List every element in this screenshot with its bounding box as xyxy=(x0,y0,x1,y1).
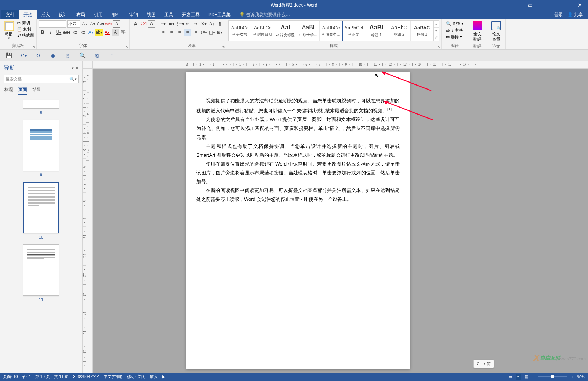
status-page[interactable]: 页面: 10 xyxy=(3,374,18,380)
numbering-button[interactable]: ≣▾ xyxy=(168,20,175,28)
zoom-slider[interactable] xyxy=(538,376,567,377)
tab-devtools[interactable]: 开发工具 xyxy=(178,10,204,19)
align-left-button[interactable]: ≡ xyxy=(160,29,167,36)
new-icon[interactable]: ▦ xyxy=(49,52,57,59)
preview-icon[interactable]: 🔍 xyxy=(79,52,86,59)
qat5-icon[interactable]: ⎘ xyxy=(64,52,71,59)
dialog-launcher-icon[interactable]: ⬊ xyxy=(33,45,36,48)
tab-design[interactable]: 设计 xyxy=(54,10,72,19)
status-page-of[interactable]: 第 10 页，共 11 页 xyxy=(35,374,69,380)
vertical-ruler[interactable]: | · 1 · | · 2 · | · 3 · | · 4 · | · 5 · … xyxy=(83,69,93,373)
italic-button[interactable]: I xyxy=(47,29,54,36)
share-button[interactable]: 👤 共享 xyxy=(567,12,583,18)
view-read-icon[interactable]: ▭ xyxy=(508,374,512,379)
maximize-icon[interactable]: ◻ xyxy=(555,0,571,10)
nav-search-input[interactable]: 搜索文档 🔍▾ xyxy=(4,75,79,83)
minimize-icon[interactable]: — xyxy=(538,0,555,10)
align-center-button[interactable]: ≡ xyxy=(168,29,175,36)
page[interactable]: 视频提供了功能强大的方法帮助您证明您的观点。当您单击联机视频时，可以在想要添加的… xyxy=(186,72,410,369)
nav-tab-page[interactable]: 页面 xyxy=(18,87,27,95)
clear-format-button[interactable]: A̷ xyxy=(132,20,139,28)
full-translate-button[interactable]: 全文 翻译 xyxy=(471,20,484,43)
replace-button[interactable]: ab⤸ 替换 xyxy=(446,28,464,33)
search-icon[interactable]: 🔍▾ xyxy=(69,77,77,81)
distribute-button[interactable]: ≡ xyxy=(192,29,199,36)
bullets-button[interactable]: ≡▾ xyxy=(160,20,167,28)
status-track[interactable]: 修订: 关闭 xyxy=(127,374,145,380)
tab-mailings[interactable]: 邮件 xyxy=(107,10,125,19)
select-button[interactable]: ▭ 选择 ▾ xyxy=(446,34,464,40)
align-right-button[interactable]: ≡ xyxy=(176,29,183,36)
thumbnail-page-9[interactable]: 9 xyxy=(0,120,82,177)
style-heading3[interactable]: AaBbC标题 3 xyxy=(411,21,433,41)
qat8-icon[interactable]: ⤴ xyxy=(108,52,115,59)
dialog-launcher-icon[interactable]: ⬊ xyxy=(126,45,128,48)
tab-home[interactable]: 开始 xyxy=(19,10,37,19)
line-spacing-button[interactable]: ↕≡▾ xyxy=(200,29,207,36)
dialog-launcher-icon[interactable]: ⬊ xyxy=(438,45,440,48)
zoom-in-icon[interactable]: + xyxy=(571,375,573,379)
char-shading-button[interactable]: A xyxy=(112,29,119,36)
login-button[interactable]: 登录 xyxy=(554,12,563,18)
status-macro-icon[interactable]: ▶ xyxy=(162,374,165,379)
status-language[interactable]: 中文(中国) xyxy=(104,374,122,380)
paste-button[interactable]: 粘贴 ▼ xyxy=(2,20,15,41)
view-print-icon[interactable]: ≡ xyxy=(516,374,521,380)
dialog-launcher-icon[interactable]: ⬊ xyxy=(222,45,225,48)
subscript-button[interactable]: x2 xyxy=(71,29,79,36)
tab-view[interactable]: 视图 xyxy=(142,10,160,19)
ime-indicator[interactable]: CH ♪ 简 xyxy=(473,360,494,368)
status-wordcount[interactable]: 396/2908 个字 xyxy=(73,374,99,380)
font-size-input[interactable] xyxy=(67,20,80,28)
qat7-icon[interactable]: ⎗ xyxy=(93,52,101,59)
status-section[interactable]: 节: 4 xyxy=(22,374,30,380)
font-name-input[interactable] xyxy=(39,20,66,28)
char-box-button[interactable]: A xyxy=(148,20,155,28)
tab-pdftools[interactable]: PDF工具集 xyxy=(204,10,235,19)
increase-font-icon[interactable]: A▴ xyxy=(81,20,88,28)
style-cover-date[interactable]: AaBbCc↵ 封面日期 xyxy=(251,21,274,41)
text-effects-button[interactable]: A▾ xyxy=(87,29,95,36)
style-thesis-title[interactable]: AaI↵ 论文标题 xyxy=(274,21,297,41)
styles-scroll-down-icon[interactable]: ▾ xyxy=(434,28,439,35)
sort-button[interactable]: A↓ xyxy=(208,20,215,28)
tab-tools[interactable]: 工具 xyxy=(160,10,178,19)
nav-close-icon[interactable]: ✕ xyxy=(75,66,79,70)
ribbon-display-options-icon[interactable]: ▭ xyxy=(522,0,538,10)
page-content[interactable]: 视频提供了功能强大的方法帮助您证明您的观点。当您单击联机视频时，可以在想要添加的… xyxy=(186,72,410,204)
style-heading1[interactable]: AaBl标题 1 xyxy=(365,21,388,41)
tab-layout[interactable]: 布局 xyxy=(72,10,90,19)
zoom-out-icon[interactable]: − xyxy=(532,375,534,379)
align-justify-button[interactable]: ≡ xyxy=(184,29,191,36)
copy-button[interactable]: 📋复制 xyxy=(17,26,34,32)
styles-scroll-up-icon[interactable]: ▴ xyxy=(434,21,439,28)
tab-file[interactable]: 文件 xyxy=(1,10,19,19)
underline-button[interactable]: U▾ xyxy=(55,29,62,36)
tab-references[interactable]: 引用 xyxy=(90,10,107,19)
ruler-corner[interactable]: L xyxy=(83,61,93,69)
undo-icon[interactable]: ↶▾ xyxy=(20,52,27,59)
view-web-icon[interactable]: ▦ xyxy=(525,374,528,379)
format-painter-button[interactable]: 🖌格式刷 xyxy=(17,33,34,38)
style-normal[interactable]: AaBbCcI↵ 正文 xyxy=(342,21,365,41)
char-border-button[interactable]: A xyxy=(113,20,120,28)
style-category-number[interactable]: AaBbCc↵ 分类号 xyxy=(229,21,251,41)
phonetic-guide-button[interactable]: wén xyxy=(105,20,112,28)
style-graduate[interactable]: AaBbCc↵ 研究生… xyxy=(320,21,342,41)
styles-expand-icon[interactable]: ⤢ xyxy=(434,34,439,41)
multilevel-button[interactable]: ⋮≡▾ xyxy=(176,20,183,28)
thumbnail-page-8[interactable]: 8 xyxy=(0,100,82,115)
tab-insert[interactable]: 插入 xyxy=(37,10,54,19)
horizontal-ruler[interactable]: 3 · | · 2 · | · 1 · | · · · | · 1 · | · … xyxy=(93,61,588,69)
font-color-button[interactable]: A▾ xyxy=(104,29,111,36)
document-canvas[interactable]: L 3 · | · 2 · | · 1 · | · · · | · 1 · | … xyxy=(83,61,588,373)
decrease-font-icon[interactable]: A▾ xyxy=(89,20,96,28)
decrease-indent-button[interactable]: ⇤ xyxy=(184,20,191,28)
nav-dropdown-icon[interactable]: ▾ xyxy=(72,66,74,70)
nav-tab-result[interactable]: 结果 xyxy=(32,87,41,95)
increase-indent-button[interactable]: ⇥ xyxy=(192,20,199,28)
change-case-button[interactable]: Aa▾ xyxy=(97,20,104,28)
tab-review[interactable]: 审阅 xyxy=(125,10,142,19)
asian-layout-button[interactable]: ✕▾ xyxy=(200,20,207,28)
zoom-level[interactable]: 90% xyxy=(577,375,585,379)
